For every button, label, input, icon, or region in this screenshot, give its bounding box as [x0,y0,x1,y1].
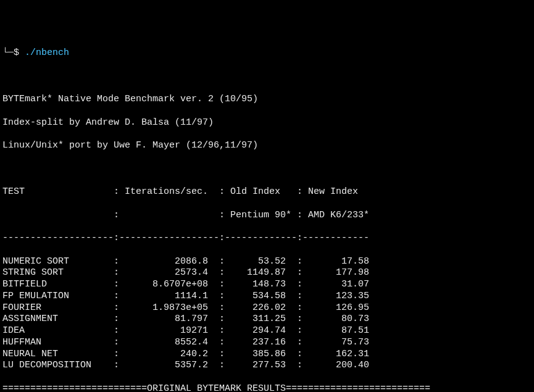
prompt-corner: └─ [2,48,14,58]
test-row: FP EMULATION : 1114.1 : 534.58 : 123.35 [2,291,534,302]
test-row: LU DECOMPOSITION : 5357.2 : 277.53 : 200… [2,360,534,372]
test-row: STRING SORT : 2573.4 : 1149.87 : 177.98 [2,267,534,279]
test-row: NEURAL NET : 240.2 : 385.86 : 162.31 [2,349,534,361]
orig-results-header: ==========================ORIGINAL BYTEM… [2,383,534,392]
command-text: ./nbench [25,48,69,58]
test-row: HUFFMAN : 8552.4 : 237.16 : 75.73 [2,337,534,349]
header-line-1: BYTEmark* Native Mode Benchmark ver. 2 (… [2,94,534,106]
test-row: NUMERIC SORT : 2086.8 : 53.52 : 17.58 [2,256,534,268]
test-row: FOURIER : 1.9873e+05 : 226.02 : 126.95 [2,302,534,314]
header-line-3: Linux/Unix* port by Uwe F. Mayer (12/96,… [2,140,534,152]
prompt-dollar: $ [14,48,19,58]
header-line-2: Index-split by Andrew D. Balsa (11/97) [2,117,534,129]
test-row: IDEA : 19271 : 294.74 : 87.51 [2,325,534,337]
blank-line [2,164,534,175]
blank-line [2,71,534,83]
table-header-dashes: --------------------:------------------:… [2,233,534,244]
test-row: BITFIELD : 8.6707e+08 : 148.73 : 31.07 [2,279,534,291]
prompt-line[interactable]: └─$ ./nbench [2,48,534,59]
test-row: ASSIGNMENT : 81.797 : 311.25 : 80.73 [2,314,534,325]
table-header-2: : : Pentium 90* : AMD K6/233* [2,210,534,222]
table-header-1: TEST : Iterations/sec. : Old Index : New… [2,186,534,198]
